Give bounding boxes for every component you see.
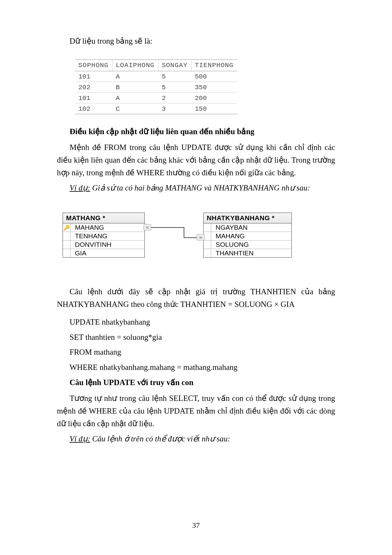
field-name: SOLUONG	[211, 240, 253, 249]
th-loaiphong: LOAIPHONG	[113, 60, 158, 71]
cell: 2	[158, 93, 192, 103]
th-sophong: SOPHONG	[75, 60, 113, 71]
th-tienphong: TIENPHONG	[192, 60, 237, 71]
data-table: SOPHONG LOAIPHONG SONGAY TIENPHONG 101 A…	[75, 59, 237, 114]
field-row: GIA	[63, 249, 144, 257]
table-row: 101 A 5 500	[75, 71, 237, 82]
example-1-text: Giả sử ta có hai bảng MATHANG và NHATKYB…	[90, 184, 310, 192]
paragraph-from-clause: Mệnh đề FROM trong câu lệnh UPDATE được …	[57, 141, 335, 179]
field-name: MAHANG	[211, 232, 249, 240]
page-number: 37	[0, 521, 392, 530]
example-2-line: Ví dụ: Câu lệnh ở trên có thể được viết …	[57, 433, 335, 445]
cell: 3	[158, 103, 192, 114]
cell: 101	[75, 93, 113, 103]
sql-block: UPDATE nhatkybanhang SET thanhtien = sol…	[70, 315, 335, 375]
cell: 202	[75, 82, 113, 93]
example-2-text: Câu lệnh ở trên có thể được viết như sau…	[90, 434, 230, 443]
section-heading-conditions: Điều kiện cập nhật dữ liệu liên quan đến…	[70, 127, 335, 136]
field-row: SOLUONG	[204, 240, 291, 249]
cell: 500	[192, 71, 237, 82]
sql-line-where: WHERE nhatkybanhang.mahang = mathang.mah…	[70, 360, 335, 375]
cell: 102	[75, 103, 113, 114]
paragraph-update-desc: Câu lệnh dưới đây sẽ cập nhật giá trị tr…	[57, 285, 335, 311]
section-heading-subquery: Câu lệnh UPDATE với truy vấn con	[70, 378, 335, 387]
key-cell-empty	[63, 232, 70, 240]
sql-line-from: FROM mathang	[70, 345, 335, 360]
sql-line-set: SET thanhtien = soluong*gia	[70, 330, 335, 345]
relation-endpoint-right: ∞	[197, 234, 205, 240]
table-title-nhatky: NHATKYBANHANG *	[204, 213, 291, 223]
field-row: DONVITINH	[63, 240, 144, 249]
field-name: THANHTIEN	[211, 249, 258, 257]
field-row: 🔑 MAHANG	[63, 223, 144, 232]
field-name: MAHANG	[70, 223, 108, 232]
cell: 5	[158, 82, 192, 93]
key-cell-empty	[204, 240, 211, 249]
example-label: Ví dụ:	[70, 184, 90, 192]
field-row: MAHANG	[204, 232, 291, 240]
field-row: THANHTIEN	[204, 249, 291, 257]
cell: B	[113, 82, 158, 93]
field-name: GIA	[70, 249, 91, 257]
cell: 200	[192, 93, 237, 103]
key-icon: 🔑	[63, 223, 70, 232]
field-name: TENHANG	[70, 232, 112, 240]
field-name: DONVITINH	[70, 240, 116, 249]
field-row: NGAYBAN	[204, 223, 291, 232]
paragraph-subquery: Tương tự như trong câu lệnh SELECT, truy…	[57, 392, 335, 430]
cell: A	[113, 71, 158, 82]
table-box-mathang: MATHANG * 🔑 MAHANG TENHANG DONVITINH GIA	[63, 213, 145, 258]
field-name: NGAYBAN	[211, 223, 252, 232]
relation-endpoint-left: ∞	[144, 224, 151, 230]
cell: 5	[158, 71, 192, 82]
example-1-line: Ví dụ: Giả sử ta có hai bảng MATHANG và …	[57, 182, 335, 194]
intro-text: Dữ liệu trong bảng sẽ là:	[70, 35, 335, 47]
cell: A	[113, 93, 158, 103]
key-cell-empty	[63, 240, 70, 249]
key-cell-empty	[63, 249, 70, 257]
relation-line	[184, 227, 184, 238]
table-title-mathang: MATHANG *	[63, 213, 144, 223]
cell: C	[113, 103, 158, 114]
th-songay: SONGAY	[158, 60, 192, 71]
table-row: 102 C 3 150	[75, 103, 237, 114]
cell: 150	[192, 103, 237, 114]
cell: 350	[192, 82, 237, 93]
field-row: TENHANG	[63, 232, 144, 240]
table-header-row: SOPHONG LOAIPHONG SONGAY TIENPHONG	[75, 60, 237, 71]
cell: 101	[75, 71, 113, 82]
schema-diagram: MATHANG * 🔑 MAHANG TENHANG DONVITINH GIA…	[63, 213, 335, 270]
key-cell-empty	[204, 249, 211, 257]
key-cell-empty	[204, 223, 211, 232]
table-box-nhatkybanhang: NHATKYBANHANG * NGAYBAN MAHANG SOLUONG T…	[203, 213, 292, 258]
table-row: 101 A 2 200	[75, 93, 237, 103]
example-label: Ví dụ:	[70, 434, 90, 443]
sql-line-update: UPDATE nhatkybanhang	[70, 315, 335, 330]
table-row: 202 B 5 350	[75, 82, 237, 93]
